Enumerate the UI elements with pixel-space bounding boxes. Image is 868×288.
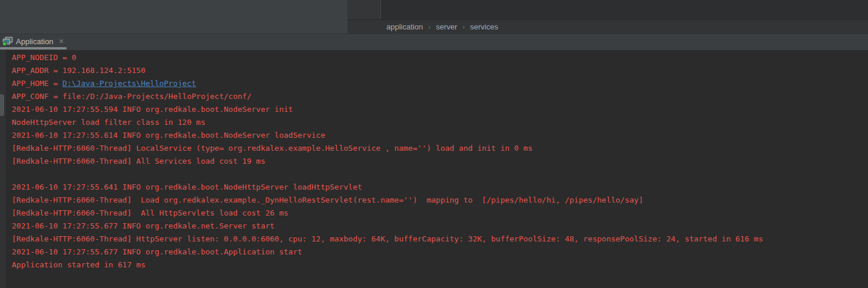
log-text: [Redkale-HTTP:6060-Thread] Load org.redk…	[12, 196, 643, 204]
log-text: [Redkale-HTTP:6060-Thread] LocalService …	[12, 144, 532, 153]
log-text: 2021-06-10 17:27:55.594 INFO org.redkale…	[12, 105, 293, 114]
log-text: APP_NODEID = 0	[12, 53, 77, 62]
editor-split-panel	[347, 0, 381, 19]
log-line: APP_HOME = D:\Java-Projects\HelloProject	[12, 77, 868, 90]
log-line: APP_ADDR = 192.168.124.2:5150	[12, 64, 868, 77]
console-panel: APP_NODEID = 0APP_ADDR = 192.168.124.2:5…	[0, 50, 868, 288]
selected-tab-underline	[0, 47, 67, 49]
log-text: Application started in 617 ms	[12, 260, 145, 269]
log-line: 2021-06-10 17:27:55.594 INFO org.redkale…	[12, 103, 868, 116]
log-line: [Redkale-HTTP:6060-Thread] All Services …	[12, 155, 868, 168]
log-text: [Redkale-HTTP:6060-Thread] HttpServer li…	[12, 234, 763, 243]
run-toolwindow-tab-strip: Application ✕	[0, 34, 868, 50]
breadcrumb-item-application[interactable]: application	[386, 22, 423, 31]
console-hyperlink[interactable]: D:\Java-Projects\HelloProject	[62, 79, 196, 88]
console-running-icon	[2, 37, 13, 46]
log-line: [Redkale-HTTP:6060-Thread] HttpServer li…	[12, 233, 868, 246]
log-line	[12, 168, 868, 181]
log-text: NodeHttpServer load filter class in 120 …	[12, 118, 206, 127]
chevron-right-icon: ›	[462, 23, 465, 31]
console-gutter	[0, 50, 6, 288]
log-line: 2021-06-10 17:27:55.614 INFO org.redkale…	[12, 129, 868, 142]
tab-close-icon[interactable]: ✕	[59, 38, 64, 45]
tab-application-label: Application	[16, 37, 54, 46]
breadcrumb-item-services[interactable]: services	[470, 22, 498, 31]
log-line: APP_CONF = file:/D:/Java-Projects/HelloP…	[12, 90, 868, 103]
log-text: [Redkale-HTTP:6060-Thread] All HttpServl…	[12, 208, 289, 217]
chevron-right-icon: ›	[428, 23, 430, 31]
log-text: APP_HOME =	[12, 79, 62, 88]
log-line: 2021-06-10 17:27:55.641 INFO org.redkale…	[12, 181, 868, 194]
editor-area	[0, 0, 347, 34]
log-text: [Redkale-HTTP:6060-Thread] All Services …	[12, 157, 265, 165]
log-line: Application started in 617 ms	[12, 259, 868, 272]
tab-application[interactable]: Application ✕	[0, 34, 68, 48]
console-log: APP_NODEID = 0APP_ADDR = 192.168.124.2:5…	[12, 51, 868, 272]
log-line: NodeHttpServer load filter class in 120 …	[12, 116, 868, 129]
log-text: 2021-06-10 17:27:55.614 INFO org.redkale…	[12, 131, 325, 140]
log-text: 2021-06-10 17:27:55.677 INFO org.redkale…	[12, 247, 302, 256]
log-line: [Redkale-HTTP:6060-Thread] Load org.redk…	[12, 194, 868, 207]
log-text: APP_ADDR = 192.168.124.2:5150	[12, 66, 145, 75]
log-line: APP_NODEID = 0	[12, 51, 868, 64]
log-line: 2021-06-10 17:27:55.677 INFO org.redkale…	[12, 246, 868, 259]
log-line: 2021-06-10 17:27:55.677 INFO org.redkale…	[12, 220, 868, 233]
log-text: 2021-06-10 17:27:55.677 INFO org.redkale…	[12, 221, 274, 230]
breadcrumb-item-server[interactable]: server	[436, 22, 457, 31]
log-line: [Redkale-HTTP:6060-Thread] LocalService …	[12, 142, 868, 155]
editor-top-band	[347, 0, 868, 19]
gutter-scrollbar-thumb[interactable]	[0, 94, 4, 116]
log-text: 2021-06-10 17:27:55.641 INFO org.redkale…	[12, 183, 362, 191]
breadcrumb: application › server › services	[347, 19, 868, 34]
log-text: APP_CONF = file:/D:/Java-Projects/HelloP…	[12, 92, 251, 101]
log-line: [Redkale-HTTP:6060-Thread] All HttpServl…	[12, 207, 868, 220]
